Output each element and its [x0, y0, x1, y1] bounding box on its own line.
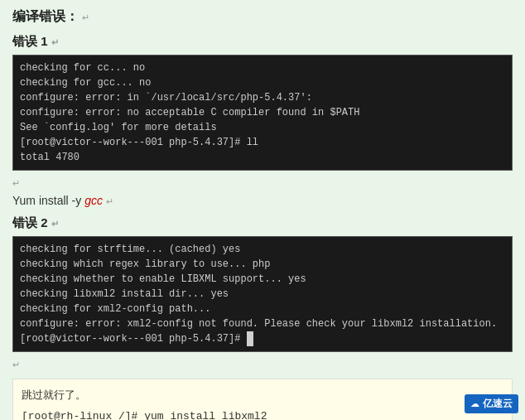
cloud-icon: ☁ — [470, 398, 479, 409]
watermark-text: 亿速云 — [483, 397, 513, 411]
terminal-block-2: checking for strftime... (cached) yes ch… — [12, 236, 513, 352]
error-section-2: 错误 2 ↵ checking for strftime... (cached)… — [12, 215, 513, 370]
error-2-label: 错误 2 — [12, 215, 48, 229]
note-line-1: [root@rh-linux /]# yum install libxml2 — [22, 408, 503, 420]
main-content: 编译错误： ↵ 错误 1 ↵ checking for cc... no che… — [12, 8, 513, 420]
error-1-label: 错误 1 — [12, 34, 48, 48]
fix1-cmd: gcc — [84, 194, 103, 207]
watermark: ☁ 亿速云 — [465, 394, 518, 413]
error-section-1: 错误 1 ↵ checking for cc... no checking fo… — [12, 34, 513, 189]
terminal-block-1: checking for cc... no checking for gcc..… — [12, 55, 513, 171]
note-box: 跳过就行了。 [root@rh-linux /]# yum install li… — [12, 379, 513, 420]
fix1-note: Yum install -y gcc ↵ — [12, 194, 513, 207]
note-label: 跳过就行了。 — [22, 386, 503, 404]
page-title: 编译错误： ↵ — [12, 8, 513, 26]
